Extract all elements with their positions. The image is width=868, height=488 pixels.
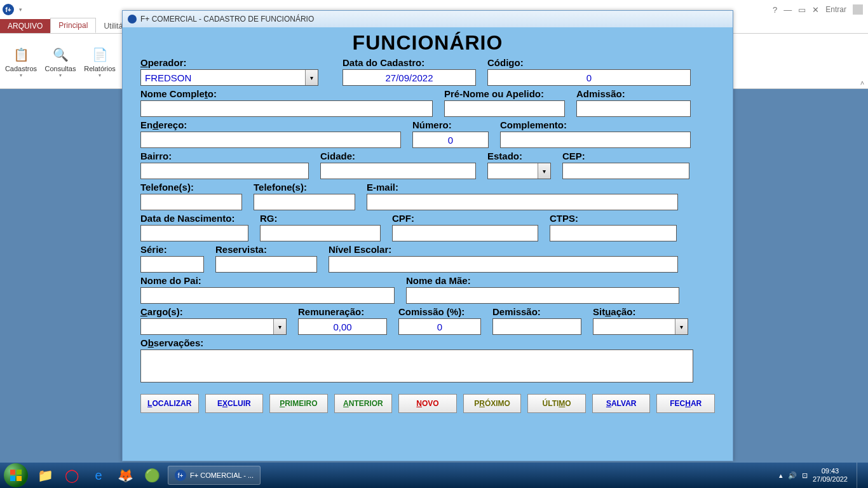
situacao-input[interactable] (593, 318, 688, 335)
operador-dropdown-icon[interactable]: ▾ (305, 70, 318, 85)
novo-button[interactable]: NOVO (398, 394, 457, 413)
nome-completo-input[interactable] (140, 100, 433, 117)
app-logo-icon: f+ (3, 4, 14, 15)
tray-network-icon[interactable]: ⊡ (802, 471, 808, 480)
start-button[interactable] (4, 463, 28, 487)
firefox-icon[interactable]: 🦊 (112, 465, 138, 485)
label-telefone1: Telefone(s): (140, 182, 242, 193)
label-operador: Operador: (140, 57, 318, 68)
nascimento-input[interactable] (140, 225, 248, 241)
task-fcomercial[interactable]: f+ F+ COMERCIAL - ... (168, 466, 261, 485)
email-input[interactable] (367, 194, 678, 210)
close-icon[interactable]: ✕ (812, 5, 819, 15)
label-cep: CEP: (562, 151, 689, 161)
task-app-label: F+ COMERCIAL - ... (190, 471, 254, 479)
remuneracao-input[interactable] (298, 318, 387, 335)
ribbon-relatorios[interactable]: 📄 Relatórios ▾ (83, 44, 117, 78)
cpf-input[interactable] (392, 225, 538, 241)
pre-nome-input[interactable] (444, 100, 565, 117)
maximize-icon[interactable]: ▭ (798, 5, 806, 15)
label-rg: RG: (260, 213, 381, 224)
tab-principal[interactable]: Principal (50, 18, 96, 33)
clipboard-search-icon: 🔍 (50, 44, 71, 65)
windows-logo-icon (10, 469, 22, 482)
label-comissao: Comissão (%): (398, 306, 481, 317)
operador-input[interactable] (140, 69, 318, 86)
ribbon-cadastros[interactable]: 📋 Cadastros ▾ (4, 44, 38, 78)
bairro-input[interactable] (140, 163, 309, 179)
chevron-down-icon: ▾ (20, 72, 22, 78)
primeiro-button[interactable]: PRIMEIRO (269, 394, 328, 413)
label-admissao: Admissão: (576, 88, 691, 99)
help-icon[interactable]: ? (773, 5, 777, 15)
excluir-button[interactable]: EXCLUIR (205, 394, 264, 413)
anterior-button[interactable]: ANTERIOR (334, 394, 393, 413)
tray-clock[interactable]: 09:43 27/09/2022 (813, 467, 848, 484)
complemento-input[interactable] (500, 132, 691, 148)
chrome-icon[interactable]: 🟢 (139, 465, 165, 485)
label-email: E-mail: (367, 182, 678, 193)
ribbon-cadastros-label: Cadastros (5, 65, 37, 72)
chevron-down-icon: ▾ (59, 72, 62, 78)
situacao-dropdown-icon[interactable]: ▾ (675, 319, 688, 334)
nivel-escolar-input[interactable] (329, 256, 678, 273)
salvar-button[interactable]: SALVAR (592, 394, 651, 413)
serie-input[interactable] (140, 256, 204, 273)
ribbon-collapse-icon[interactable]: ʌ (860, 79, 864, 86)
qat-caret-icon[interactable]: ▾ (19, 6, 22, 13)
comissao-input[interactable] (398, 318, 481, 335)
reservista-input[interactable] (215, 256, 317, 273)
tray-time: 09:43 (813, 467, 848, 475)
telefone2-input[interactable] (254, 194, 355, 210)
tray-volume-icon[interactable]: 🔊 (788, 471, 797, 480)
label-bairro: Bairro: (140, 151, 309, 161)
rg-input[interactable] (260, 225, 381, 241)
clipboard-plus-icon: 📋 (11, 44, 31, 65)
fechar-button[interactable]: FECHAR (656, 394, 715, 413)
label-pre-nome: Pré-Nome ou Apelido: (444, 88, 565, 99)
avatar-icon[interactable] (853, 4, 863, 15)
cargos-input[interactable] (140, 318, 287, 335)
ie-icon[interactable]: e (86, 465, 111, 485)
ctps-input[interactable] (550, 225, 677, 241)
nome-pai-input[interactable] (140, 287, 395, 304)
label-nome-completo: Nome Completo: (140, 88, 433, 99)
data-cadastro-input[interactable] (342, 69, 476, 86)
cep-input[interactable] (562, 163, 689, 179)
ribbon-consultas[interactable]: 🔍 Consultas ▾ (43, 44, 78, 78)
svg-rect-1 (17, 470, 22, 475)
button-bar: LOCALIZAR EXCLUIR PRIMEIRO ANTERIOR NOVO… (140, 394, 715, 413)
estado-dropdown-icon[interactable]: ▾ (538, 163, 550, 179)
show-desktop-button[interactable] (857, 463, 864, 488)
label-cpf: CPF: (392, 213, 538, 224)
label-nivel-escolar: Nível Escolar: (329, 244, 678, 255)
minimize-icon[interactable]: — (783, 5, 792, 15)
telefone1-input[interactable] (140, 194, 242, 210)
nome-mae-input[interactable] (406, 287, 679, 304)
label-cidade: Cidade: (320, 151, 476, 161)
label-nascimento: Data de Nascimento: (140, 213, 248, 224)
explorer-icon[interactable]: 📁 (32, 465, 58, 485)
cargos-dropdown-icon[interactable]: ▾ (273, 319, 286, 334)
demissao-input[interactable] (492, 318, 581, 335)
svg-rect-3 (17, 476, 22, 481)
tab-arquivo[interactable]: ARQUIVO (0, 19, 50, 33)
ultimo-button[interactable]: ÚLTIMO (527, 394, 586, 413)
numero-input[interactable] (412, 132, 489, 148)
sign-in-link[interactable]: Entrar (825, 5, 846, 14)
window-titlebar[interactable]: F+ COMERCIAL - CADASTRO DE FUNCIONÁRIO (123, 11, 733, 27)
observacoes-input[interactable] (140, 349, 693, 383)
label-nome-pai: Nome do Pai: (140, 275, 395, 286)
label-demissao: Demissão: (492, 306, 581, 317)
localizar-button[interactable]: LOCALIZAR (140, 394, 199, 413)
clipboard-check-icon: 📄 (90, 44, 110, 65)
label-ctps: CTPS: (550, 213, 677, 224)
codigo-input[interactable] (487, 69, 691, 86)
endereco-input[interactable] (140, 132, 401, 148)
label-observacoes: Observações: (140, 337, 693, 348)
opera-icon[interactable]: ◯ (59, 465, 85, 485)
admissao-input[interactable] (576, 100, 691, 117)
proximo-button[interactable]: PRÓXIMO (463, 394, 522, 413)
tray-chevron-icon[interactable]: ▴ (779, 471, 783, 480)
cidade-input[interactable] (320, 163, 476, 179)
